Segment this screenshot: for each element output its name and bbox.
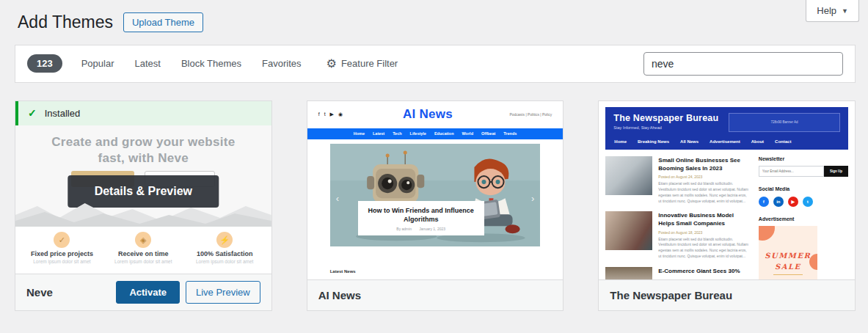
ad-underline xyxy=(773,274,803,275)
activate-button[interactable]: Activate xyxy=(116,281,180,304)
twitter-icon[interactable]: t xyxy=(803,197,813,207)
newsletter-email-input[interactable] xyxy=(759,166,824,177)
article-item: Innovative Business Model Helps Small Co… xyxy=(605,211,748,259)
nav-item: Breaking News xyxy=(638,139,669,144)
bolt-icon: ⚡ xyxy=(216,232,233,248)
newspaper-header: The Newspaper Bureau Stay Informed, Stay… xyxy=(605,107,848,150)
youtube-icon[interactable]: ▶ xyxy=(788,197,798,207)
hero-byline: By admin xyxy=(396,227,412,231)
header-ad-banner: 728x90 Banner Ad xyxy=(729,113,840,132)
upload-theme-button[interactable]: Upload Theme xyxy=(123,12,203,32)
feature-filter-label: Feature Filter xyxy=(341,58,398,69)
social-media-heading: Social Media xyxy=(759,186,848,191)
nav-item: Advertisement xyxy=(710,139,740,144)
feature-filter-toggle[interactable]: ⚙ Feature Filter xyxy=(327,58,398,70)
article-excerpt: Etiam placerat velit sed dui blandit sol… xyxy=(658,181,748,204)
article-item: E-Commerce Giant Sees 30% xyxy=(605,267,748,279)
feature-satisfaction: ⚡ 100% Satisfaction Lorem ipsum dolor si… xyxy=(184,227,266,274)
summer-sale-ad: SUMMER SALE xyxy=(759,226,817,279)
article-excerpt: Etiam placerat velit sed dui blandit sol… xyxy=(658,237,748,260)
hero-date: January 1, 2023 xyxy=(419,227,445,231)
nav-item: Latest xyxy=(373,131,384,136)
advertisement-heading: Advertisement xyxy=(759,216,848,222)
newspaper-branding: The Newspaper Bureau Stay Informed, Stay… xyxy=(613,113,718,130)
nav-item: Home xyxy=(614,139,627,144)
article-date: Posted on August 24, 2023 xyxy=(658,175,748,179)
neve-card-footer: Neve Activate Live Preview xyxy=(15,274,271,310)
diamond-icon: ◈ xyxy=(135,232,151,248)
nav-item: About xyxy=(751,139,764,144)
filter-block-themes[interactable]: Block Themes xyxy=(181,58,241,69)
filter-favorites[interactable]: Favorites xyxy=(262,58,301,69)
ai-news-site-title: AI News xyxy=(370,107,486,122)
feature-fixed-price: ✓ Fixed price projects Lorem ipsum dolor… xyxy=(21,227,103,274)
theme-card-neve[interactable]: ✓ Installed Create and grow your website… xyxy=(15,100,272,311)
newspaper-sidebar: Newsletter Sign Up Social Media f in ▶ t xyxy=(759,156,848,279)
nav-item: Home xyxy=(354,131,365,136)
article-item: Small Online Businesses See Booming Sale… xyxy=(605,156,748,204)
gear-icon: ⚙ xyxy=(327,58,337,70)
nav-item: Trends xyxy=(503,131,517,136)
article-title: Small Online Businesses See Booming Sale… xyxy=(658,156,748,172)
linkedin-icon[interactable]: in xyxy=(773,197,784,207)
facebook-icon: f xyxy=(318,111,320,117)
nav-item: Lifestyle xyxy=(410,131,426,136)
ad-decoration-circle xyxy=(759,226,775,241)
neve-theme-screenshot[interactable]: Create and grow your website fast, with … xyxy=(15,125,271,227)
social-icons-row: f t ▶ ◉ xyxy=(318,111,370,117)
live-preview-button[interactable]: Live Preview xyxy=(186,281,260,304)
newspaper-site-title: The Newspaper Bureau xyxy=(613,113,718,123)
newspaper-card-footer: The Newspaper Bureau xyxy=(599,279,855,310)
help-dropdown[interactable]: Help ▼ xyxy=(806,0,859,22)
article-thumbnail xyxy=(605,156,652,195)
nav-item: Education xyxy=(434,131,454,136)
newspaper-nav: Home Breaking News All News Advertisemen… xyxy=(613,132,840,150)
neve-features-row: ✓ Fixed price projects Lorem ipsum dolor… xyxy=(15,227,271,274)
slider-prev-arrow[interactable]: ‹ xyxy=(336,193,339,204)
theme-search-input[interactable] xyxy=(643,52,843,76)
facebook-icon[interactable]: f xyxy=(759,197,769,207)
nav-item: Offbeat xyxy=(481,131,495,136)
ai-news-nav: Home Latest Tech Lifestyle Education Wor… xyxy=(307,128,564,139)
ai-news-header: f t ▶ ◉ AI News Podcasts | Politics | Po… xyxy=(307,101,564,128)
ad-text: SUMMER SALE xyxy=(765,250,811,272)
hero-post-meta: By admin January 1, 2023 xyxy=(364,227,478,231)
help-label: Help xyxy=(817,5,836,16)
feature-subtext: Lorem ipsum dolor sit amet xyxy=(21,259,103,264)
newspaper-body: Small Online Businesses See Booming Sale… xyxy=(605,150,848,279)
feature-subtext: Lorem ipsum dolor sit amet xyxy=(184,259,266,264)
theme-name-ai-news: AI News xyxy=(318,289,361,301)
feature-label: 100% Satisfaction xyxy=(184,250,266,257)
theme-card-ai-news[interactable]: f t ▶ ◉ AI News Podcasts | Politics | Po… xyxy=(307,100,564,311)
check-circle-icon: ✓ xyxy=(54,232,70,248)
slider-next-arrow[interactable]: › xyxy=(531,193,534,204)
newspaper-tagline: Stay Informed, Stay Ahead xyxy=(613,125,718,130)
ai-news-hero-slider: ‹ › How to Win Friends and Influence Alg… xyxy=(330,144,541,246)
mountains-graphic xyxy=(15,202,271,227)
latest-news-heading: Latest News xyxy=(330,269,356,274)
social-media-icons: f in ▶ t xyxy=(759,197,848,207)
theme-filter-bar: 123 Popular Latest Block Themes Favorite… xyxy=(15,45,856,83)
filter-popular[interactable]: Popular xyxy=(81,58,114,69)
twitter-icon: t xyxy=(324,111,326,117)
filter-latest[interactable]: Latest xyxy=(135,58,161,69)
theme-browser: ✓ Installed Create and grow your website… xyxy=(15,100,856,311)
feature-subtext: Lorem ipsum dolor sit amet xyxy=(103,259,184,264)
feature-label: Receive on time xyxy=(103,250,184,257)
check-icon: ✓ xyxy=(28,107,37,119)
installed-notice: ✓ Installed xyxy=(15,101,271,125)
nav-item: All News xyxy=(680,139,699,144)
theme-name-newspaper: The Newspaper Bureau xyxy=(610,289,732,301)
instagram-icon: ◉ xyxy=(338,111,343,117)
ai-news-theme-screenshot[interactable]: f t ▶ ◉ AI News Podcasts | Politics | Po… xyxy=(307,101,564,279)
article-list: Small Online Businesses See Booming Sale… xyxy=(605,156,748,279)
nav-item: World xyxy=(462,131,473,136)
page-header: Add Themes Upload Theme xyxy=(0,0,868,34)
theme-name-neve: Neve xyxy=(26,286,53,299)
article-title: E-Commerce Giant Sees 30% xyxy=(658,267,740,275)
feature-label: Fixed price projects xyxy=(21,250,103,257)
article-title: Innovative Business Model Helps Small Co… xyxy=(658,211,748,227)
newsletter-signup-button[interactable]: Sign Up xyxy=(824,166,848,177)
newspaper-theme-screenshot[interactable]: The Newspaper Bureau Stay Informed, Stay… xyxy=(599,101,855,279)
theme-card-newspaper-bureau[interactable]: The Newspaper Bureau Stay Informed, Stay… xyxy=(598,100,856,311)
